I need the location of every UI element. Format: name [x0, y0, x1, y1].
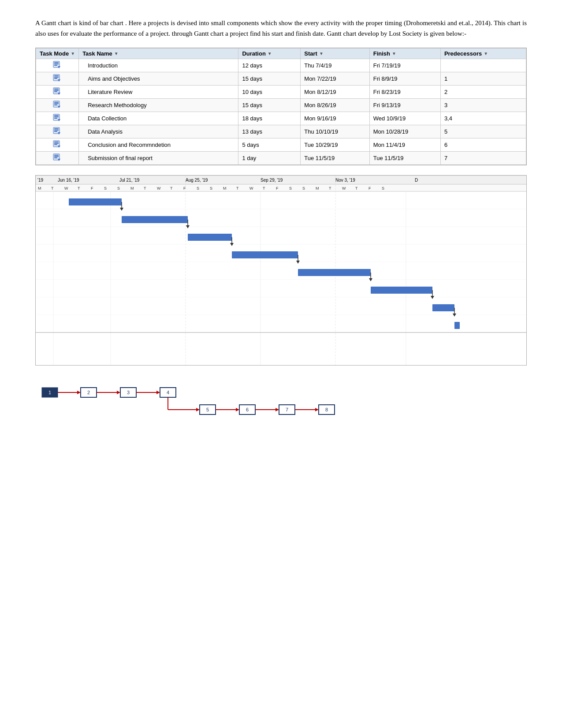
- svg-rect-7: [54, 77, 59, 78]
- svg-text:T: T: [263, 186, 265, 190]
- task-name-cell: Introduction: [79, 59, 238, 72]
- svg-rect-2: [54, 63, 59, 64]
- task-mode-cell: [36, 86, 79, 99]
- task-finish-cell: Tue 11/5/19: [369, 152, 440, 165]
- task-mode-cell: [36, 112, 79, 125]
- svg-text:3: 3: [127, 390, 130, 395]
- gantt-table: Task Mode ▼ Task Name ▼ Duration ▼: [36, 48, 526, 165]
- task-finish-cell: Mon 10/28/19: [369, 125, 440, 138]
- task-mode-cell: [36, 72, 79, 86]
- task-name-cell: Literature Review: [79, 86, 238, 99]
- task-finish-cell: Fri 8/23/19: [369, 86, 440, 99]
- svg-marker-134: [236, 408, 239, 411]
- svg-rect-103: [298, 269, 371, 276]
- th-task-name-arrow[interactable]: ▼: [114, 51, 119, 56]
- dependency-diagram-svg: 1 2 3 4 5 6: [40, 379, 436, 436]
- svg-marker-121: [117, 391, 120, 394]
- svg-text:Nov 3, '19: Nov 3, '19: [335, 178, 355, 183]
- svg-text:W: W: [249, 186, 253, 190]
- dependency-diagram: 1 2 3 4 5 6: [35, 374, 527, 442]
- task-name-cell: Submission of final report: [79, 152, 238, 165]
- svg-text:S: S: [197, 186, 199, 190]
- th-task-mode[interactable]: Task Mode ▼: [36, 49, 79, 59]
- svg-text:F: F: [91, 186, 93, 190]
- svg-text:5: 5: [206, 407, 209, 412]
- svg-rect-36: [54, 155, 59, 156]
- svg-rect-21: [54, 115, 59, 116]
- task-duration-cell: 1 day: [238, 152, 301, 165]
- svg-rect-38: [54, 157, 57, 158]
- th-predecessors[interactable]: Predecessors ▼: [440, 49, 526, 59]
- svg-text:4: 4: [167, 390, 169, 395]
- task-duration-cell: 10 days: [238, 86, 301, 99]
- svg-text:T: T: [51, 186, 54, 190]
- table-row: Data Analysis13 daysThu 10/10/19Mon 10/2…: [36, 125, 526, 138]
- task-mode-icon: [53, 61, 62, 70]
- task-predecessors-cell: 6: [440, 138, 526, 152]
- svg-marker-111: [453, 314, 456, 317]
- th-start-label: Start: [304, 50, 317, 57]
- task-start-cell: Thu 10/10/19: [301, 125, 369, 138]
- svg-marker-96: [186, 225, 190, 228]
- svg-marker-125: [156, 391, 160, 394]
- svg-text:W: W: [157, 186, 161, 190]
- task-mode-icon: [53, 114, 62, 123]
- th-start[interactable]: Start ▼: [301, 49, 369, 59]
- th-duration-arrow[interactable]: ▼: [268, 51, 272, 56]
- svg-rect-13: [54, 91, 57, 92]
- svg-rect-26: [54, 128, 59, 129]
- table-row: Literature Review10 daysMon 8/12/19Fri 8…: [36, 86, 526, 99]
- svg-rect-31: [54, 142, 59, 142]
- svg-text:W: W: [64, 186, 68, 190]
- task-mode-icon: [53, 127, 62, 136]
- svg-text:W: W: [342, 186, 346, 190]
- th-predecessors-arrow[interactable]: ▼: [484, 51, 488, 56]
- task-mode-cell: [36, 99, 79, 112]
- svg-text:2: 2: [87, 390, 90, 395]
- gantt-chart-svg: '19 Jun 16, '19 Jul 21, '19 Aug 25, '19 …: [36, 175, 527, 365]
- svg-rect-109: [432, 304, 454, 311]
- task-predecessors-cell: 3: [440, 99, 526, 112]
- task-mode-icon: [53, 153, 62, 163]
- th-predecessors-label: Predecessors: [444, 50, 482, 57]
- svg-text:S: S: [302, 186, 305, 190]
- svg-text:7: 7: [286, 407, 288, 412]
- svg-text:S: S: [289, 186, 292, 190]
- task-mode-cell: [36, 138, 79, 152]
- svg-rect-94: [122, 216, 188, 223]
- svg-text:S: S: [382, 186, 384, 190]
- th-finish[interactable]: Finish ▼: [369, 49, 440, 59]
- task-mode-icon: [53, 140, 62, 149]
- svg-rect-37: [54, 156, 59, 157]
- th-duration[interactable]: Duration ▼: [238, 49, 301, 59]
- task-duration-cell: 13 days: [238, 125, 301, 138]
- task-predecessors-cell: 3,4: [440, 112, 526, 125]
- svg-text:T: T: [355, 186, 358, 190]
- task-finish-cell: Mon 11/4/19: [369, 138, 440, 152]
- svg-rect-18: [54, 105, 57, 105]
- svg-text:Jul 21, '19: Jul 21, '19: [119, 178, 140, 183]
- th-task-mode-arrow[interactable]: ▼: [71, 51, 75, 56]
- th-start-arrow[interactable]: ▼: [319, 51, 324, 56]
- th-finish-arrow[interactable]: ▼: [392, 51, 396, 56]
- svg-text:'19: '19: [37, 178, 43, 183]
- task-mode-icon: [53, 101, 62, 110]
- svg-rect-6: [54, 75, 59, 76]
- svg-rect-23: [54, 118, 57, 119]
- svg-text:D: D: [415, 178, 418, 183]
- th-task-name[interactable]: Task Name ▼: [79, 49, 238, 59]
- table-header-row: Task Mode ▼ Task Name ▼ Duration ▼: [36, 49, 526, 59]
- task-name-cell: Aims and Objectives: [79, 72, 238, 86]
- svg-text:F: F: [276, 186, 279, 190]
- svg-rect-100: [232, 251, 298, 258]
- table-row: Research Methodology15 daysMon 8/26/19Fr…: [36, 99, 526, 112]
- svg-text:1: 1: [48, 390, 51, 395]
- task-finish-cell: Wed 10/9/19: [369, 112, 440, 125]
- task-name-cell: Conclusion and Recommndetion: [79, 138, 238, 152]
- task-predecessors-cell: 2: [440, 86, 526, 99]
- th-duration-label: Duration: [242, 50, 265, 57]
- task-start-cell: Mon 8/12/19: [301, 86, 369, 99]
- svg-text:6: 6: [246, 407, 249, 412]
- gantt-table-wrapper: Task Mode ▼ Task Name ▼ Duration ▼: [35, 48, 527, 165]
- table-row: Conclusion and Recommndetion5 daysTue 10…: [36, 138, 526, 152]
